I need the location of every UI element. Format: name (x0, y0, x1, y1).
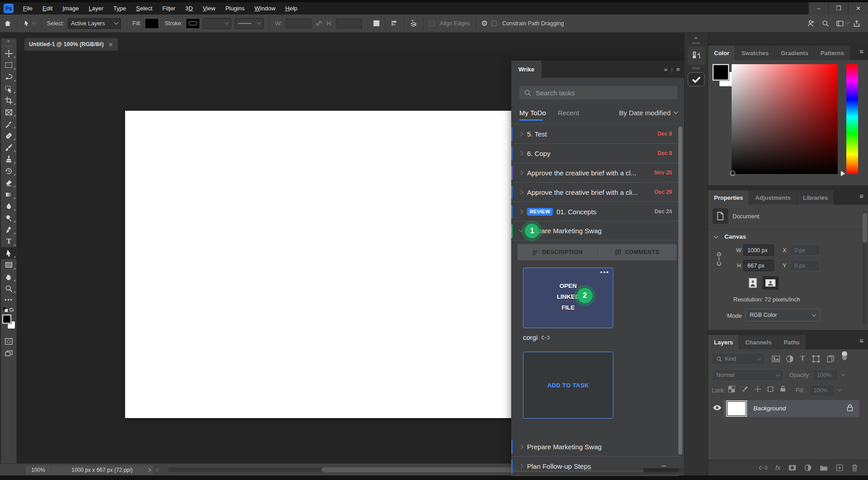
document-close-icon[interactable]: ✕ (108, 41, 113, 48)
rectangular-marquee-tool[interactable] (1, 59, 17, 71)
task-row[interactable]: Prepare Marketing Swag (511, 437, 678, 456)
panel-tab[interactable]: Gradients (775, 46, 815, 60)
add-to-task-button[interactable]: ADD TO TASK (523, 352, 613, 419)
dodge-tool[interactable] (1, 212, 17, 224)
gradient-tool[interactable] (1, 188, 17, 200)
panel-tab[interactable]: Libraries (797, 190, 834, 205)
document-tab[interactable]: Untitled-1 @ 100% (RGB/8#) ✕ (24, 38, 118, 51)
zoom-tool[interactable] (1, 282, 17, 294)
chevron-right-icon[interactable] (519, 209, 523, 214)
panel-tab[interactable]: Adjustments (749, 190, 797, 205)
link-layers-icon[interactable] (759, 465, 767, 471)
edit-toolbar-icon[interactable]: ••• (1, 294, 17, 306)
menu-edit[interactable]: Edit (37, 5, 57, 12)
lock-position-icon[interactable] (754, 386, 761, 393)
hue-slider-arrow[interactable] (841, 171, 845, 176)
stroke-swatch[interactable] (186, 19, 200, 28)
lock-image-icon[interactable] (742, 386, 749, 393)
color-panel-menu-icon[interactable]: ≡ (859, 47, 868, 59)
crop-tool[interactable] (1, 94, 17, 106)
panel-tab[interactable]: Properties (708, 190, 749, 205)
lasso-tool[interactable] (1, 71, 17, 83)
menu-type[interactable]: Type (108, 5, 131, 12)
menu-help[interactable]: Help (280, 5, 303, 12)
toolbar-collapse-icon[interactable]: » (1, 38, 16, 45)
rectangle-tool[interactable] (1, 259, 17, 271)
chevron-right-icon[interactable] (519, 464, 523, 468)
properties-panel-menu-icon[interactable]: ≡ (859, 192, 868, 203)
shape-height-field[interactable] (336, 19, 362, 28)
move-tool[interactable] (1, 47, 17, 59)
chevron-right-icon[interactable] (519, 170, 523, 175)
menu-window[interactable]: Window (250, 5, 280, 12)
task-row[interactable]: Approve the creative brief with a cl... … (511, 163, 678, 182)
panel-tab[interactable]: Paths (778, 335, 806, 349)
home-icon[interactable] (4, 19, 12, 28)
zoom-level-field[interactable]: 100% (26, 466, 51, 475)
menu-layer[interactable]: Layer (84, 5, 109, 12)
workspace-icon[interactable] (836, 19, 849, 28)
wrike-scrollbar[interactable] (678, 125, 682, 463)
adjustment-layer-icon[interactable] (804, 464, 812, 471)
layer-mask-icon[interactable] (789, 465, 796, 471)
close-button[interactable]: ✕ (848, 2, 868, 14)
layer-thumbnail[interactable] (727, 401, 746, 416)
new-layer-icon[interactable] (836, 464, 843, 471)
foreground-background-colors[interactable] (1, 314, 17, 333)
align-edges-checkbox[interactable] (429, 21, 434, 26)
linked-file-thumbnail[interactable]: ••• OPEN LINKED FILE 2 (523, 268, 613, 328)
color-picker-indicator[interactable] (730, 171, 735, 176)
panel-tab[interactable]: Channels (739, 335, 778, 349)
expanded-task-row[interactable]: Prepare Marketing Swag 1 (511, 221, 678, 240)
tool-preset-icon[interactable] (23, 20, 36, 27)
panel-menu-icon[interactable]: ≡ (676, 66, 680, 73)
thumbnail-menu-icon[interactable]: ••• (600, 269, 609, 276)
comments-tab[interactable]: COMMENTS (597, 249, 677, 256)
object-selection-tool[interactable] (1, 83, 17, 94)
filter-type-layers-icon[interactable]: T (800, 354, 805, 362)
new-group-icon[interactable] (820, 465, 828, 471)
task-row[interactable]: 5. Test Dec 8 (511, 124, 678, 143)
filter-adjustment-layers-icon[interactable] (786, 355, 794, 363)
task-row[interactable]: Approve the creative brief with a cli...… (511, 182, 678, 202)
panel-tab[interactable]: Patterns (815, 46, 850, 60)
blur-tool[interactable] (1, 200, 17, 212)
layer-visibility-eye-icon[interactable] (713, 405, 722, 411)
delete-layer-icon[interactable] (851, 464, 858, 471)
layer-lock-icon[interactable] (846, 404, 854, 412)
constrain-path-checkbox[interactable] (491, 21, 497, 26)
wrike-plugin-icon[interactable] (688, 72, 705, 86)
menu-plugins[interactable]: Plugins (220, 5, 250, 12)
filter-shape-layers-icon[interactable] (812, 355, 820, 363)
default-colors-icon[interactable] (3, 307, 9, 313)
select-mode-dropdown[interactable]: Active Layers (68, 18, 121, 29)
properties-scrollbar-thumb[interactable] (863, 213, 867, 243)
tab-recent[interactable]: Recent (558, 109, 579, 117)
sort-dropdown[interactable]: By Date modified (619, 109, 677, 117)
search-box[interactable] (519, 86, 677, 99)
eraser-tool[interactable] (1, 177, 17, 188)
share-icon[interactable] (853, 19, 861, 28)
wrike-scrollbar-thumb[interactable] (678, 127, 682, 455)
canvas-height-field[interactable]: 667 px (743, 260, 774, 271)
minimize-button[interactable]: – (808, 2, 828, 14)
chevron-right-icon[interactable] (519, 190, 523, 194)
panel-tab[interactable]: Color (708, 46, 736, 60)
clone-stamp-tool[interactable] (1, 153, 17, 165)
path-selection-tool[interactable] (1, 247, 17, 259)
lock-all-icon[interactable] (779, 385, 786, 392)
menu-file[interactable]: File (18, 5, 37, 12)
panel-tab[interactable]: Swatches (736, 46, 775, 60)
link-wh-icon[interactable] (715, 251, 723, 267)
quick-mask-icon[interactable] (1, 335, 17, 347)
filter-pixel-layers-icon[interactable] (771, 355, 780, 363)
description-tab[interactable]: DESCRIPTION (518, 249, 597, 256)
stroke-type-dropdown[interactable] (235, 18, 264, 29)
eyedropper-tool[interactable] (1, 118, 17, 130)
restore-button[interactable]: ❐ (828, 2, 848, 14)
hue-slider[interactable] (846, 64, 858, 174)
task-row[interactable]: Plan Follow-up Steps (511, 456, 678, 476)
shape-width-field[interactable] (285, 19, 312, 28)
panel-collapse-icon[interactable]: » (664, 66, 667, 73)
wrike-panel-tab[interactable]: Wrike (511, 61, 541, 78)
